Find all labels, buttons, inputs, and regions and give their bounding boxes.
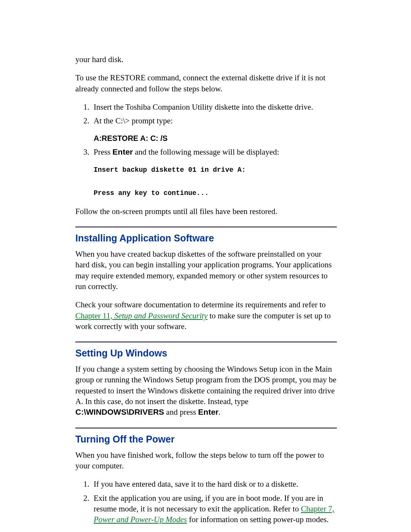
link-text-plain: Chapter 11, (75, 311, 114, 320)
text-run: If you change a system setting by choosi… (75, 364, 336, 406)
list-item-text-post: and the following message will be displa… (133, 147, 279, 157)
list-item-text: If you have entered data, save it to the… (94, 479, 298, 489)
link-text-italic: Power and Power-Up Modes (94, 515, 187, 524)
ordered-list-poweroff: If you have entered data, save it to the… (75, 479, 337, 525)
heading-turning-off-power: Turning Off the Power (75, 433, 337, 446)
list-item: Press Enter and the following message wi… (91, 147, 337, 157)
heading-installing-software: Installing Application Software (75, 232, 337, 245)
text-run: Exit the application you are using, if y… (94, 494, 323, 513)
section-divider (75, 227, 337, 227)
list-item-text: At the C:\> prompt type: (94, 116, 173, 125)
command-line: A:RESTORE A: C: /S (94, 133, 337, 144)
paragraph: If you change a system setting by choosi… (75, 364, 337, 418)
list-item: Exit the application you are using, if y… (91, 493, 337, 525)
paragraph: To use the RESTORE command, connect the … (75, 72, 337, 94)
link-text-italic: Setup and Password Security (114, 311, 207, 320)
paragraph: Follow the on-screen prompts until all f… (75, 206, 337, 217)
text-run: for information on setting power-up mode… (187, 515, 328, 524)
console-output: Insert backup diskette 01 in drive A: Pr… (94, 164, 337, 199)
link-text-plain: Chapter 7, (301, 504, 334, 513)
document-page: your hard disk. To use the RESTORE comma… (0, 0, 411, 532)
ordered-list-restore-cont: Press Enter and the following message wi… (75, 147, 337, 157)
heading-setting-up-windows: Setting Up Windows (75, 347, 337, 360)
paragraph: When you have finished work, follow the … (75, 450, 337, 471)
list-item-text: Insert the Toshiba Companion Utility dis… (94, 102, 313, 112)
list-item: Insert the Toshiba Companion Utility dis… (91, 102, 337, 112)
list-item: If you have entered data, save it to the… (91, 479, 337, 489)
paragraph: Check your software documentation to det… (75, 299, 337, 332)
text-run: and press (164, 407, 198, 417)
link-chapter-11[interactable]: Chapter 11, Setup and Password Security (75, 311, 207, 320)
text-run: Check your software documentation to det… (75, 300, 326, 309)
list-item: At the C:\> prompt type: (91, 115, 337, 126)
section-divider (75, 428, 337, 428)
list-item-text-pre: Press (94, 147, 113, 157)
paragraph-fragment: your hard disk. (75, 54, 337, 65)
path-text: C:\WINDOWS\DRIVERS (75, 407, 164, 416)
enter-key-label: Enter (113, 147, 133, 156)
ordered-list-restore: Insert the Toshiba Companion Utility dis… (75, 102, 337, 126)
enter-key-label: Enter (198, 407, 219, 416)
section-divider (75, 342, 337, 342)
text-run: . (218, 407, 220, 417)
paragraph: When you have created backup diskettes o… (75, 249, 337, 292)
